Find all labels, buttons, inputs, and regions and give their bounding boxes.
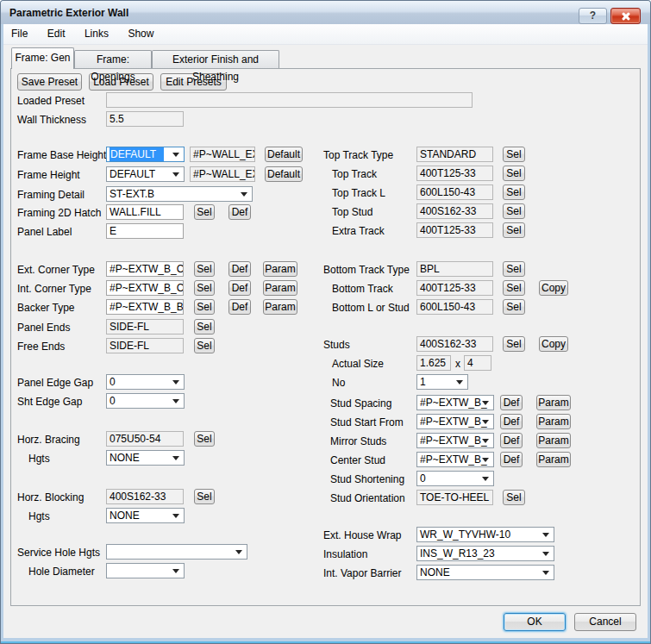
top-track-type-sel-button[interactable]: Sel: [503, 147, 525, 162]
title-bar[interactable]: Parametric Exterior Wall ?: [1, 1, 650, 24]
center-stud-def-button[interactable]: Def: [500, 452, 523, 467]
tab-frame-openings[interactable]: Frame: Openings: [74, 50, 152, 68]
free-ends-sel-button[interactable]: Sel: [194, 338, 215, 353]
bottom-l-or-stud-field[interactable]: 600L150-43: [416, 299, 493, 315]
dropdown-arrow-icon[interactable]: [482, 420, 489, 424]
framing-2d-hatch-sel-button[interactable]: Sel: [194, 204, 215, 220]
menu-show[interactable]: Show: [120, 24, 161, 44]
studs-field[interactable]: 400S162-33: [416, 336, 493, 352]
backer-type-field[interactable]: #P~EXTW_B_BA: [106, 299, 184, 315]
ext-corner-type-def-button[interactable]: Def: [228, 261, 251, 277]
dropdown-arrow-icon[interactable]: [542, 552, 549, 556]
dropdown-arrow-icon[interactable]: [172, 380, 179, 385]
top-stud-sel-button[interactable]: Sel: [503, 203, 525, 219]
extra-track-sel-button[interactable]: Sel: [503, 222, 525, 238]
dropdown-arrow-icon[interactable]: [482, 439, 489, 443]
bottom-track-sel-button[interactable]: Sel: [503, 280, 525, 296]
bottom-track-field[interactable]: 400T125-33: [416, 280, 493, 296]
blocking-hgts-combo[interactable]: NONE: [106, 508, 185, 523]
frame-height-default-button[interactable]: Default: [265, 166, 303, 182]
studs-copy-button[interactable]: Copy: [539, 336, 568, 352]
ext-corner-type-sel-button[interactable]: Sel: [194, 261, 215, 277]
help-button[interactable]: ?: [579, 8, 607, 24]
bottom-track-type-field[interactable]: BPL: [416, 261, 493, 277]
backer-type-def-button[interactable]: Def: [228, 299, 251, 315]
horz-blocking-sel-button[interactable]: Sel: [194, 489, 215, 504]
close-button[interactable]: [610, 8, 641, 24]
insulation-combo[interactable]: INS_W_R13_23: [416, 546, 554, 561]
loaded-preset-field[interactable]: [106, 92, 473, 108]
tab-exterior-finish-and-sheathing[interactable]: Exterior Finish and Sheathing: [152, 50, 279, 68]
service-hole-hgts-combo[interactable]: [106, 544, 247, 560]
actual-size-width-field[interactable]: 1.625: [416, 355, 451, 371]
bottom-track-type-sel-button[interactable]: Sel: [503, 261, 525, 277]
framing-2d-hatch-def-button[interactable]: Def: [228, 204, 251, 220]
free-ends-field[interactable]: SIDE-FL: [106, 338, 184, 353]
top-track-l-field[interactable]: 600L150-43: [416, 184, 493, 200]
mirror-studs-def-button[interactable]: Def: [500, 433, 523, 448]
menu-edit[interactable]: Edit: [40, 24, 73, 44]
dropdown-arrow-icon[interactable]: [482, 401, 489, 405]
top-track-sel-button[interactable]: Sel: [503, 166, 525, 181]
stud-start-from-combo[interactable]: #P~EXTW_B_: [416, 414, 494, 429]
panel-ends-sel-button[interactable]: Sel: [194, 319, 215, 335]
center-stud-param-button[interactable]: Param: [536, 452, 571, 467]
backer-type-param-button[interactable]: Param: [263, 299, 297, 315]
dropdown-arrow-icon[interactable]: [172, 153, 179, 157]
dropdown-arrow-icon[interactable]: [172, 399, 179, 403]
sht-edge-gap-combo[interactable]: 0: [106, 393, 185, 409]
stud-spacing-def-button[interactable]: Def: [500, 395, 523, 410]
no-combo[interactable]: 1: [416, 374, 468, 390]
int-corner-type-param-button[interactable]: Param: [263, 280, 297, 296]
hole-diameter-combo[interactable]: [106, 563, 185, 578]
ext-corner-type-field[interactable]: #P~EXTW_B_CO: [106, 261, 184, 277]
horz-blocking-field[interactable]: 400S162-33: [106, 489, 184, 504]
bracing-hgts-combo[interactable]: NONE: [106, 450, 185, 466]
menu-file[interactable]: File: [3, 24, 35, 44]
int-corner-type-sel-button[interactable]: Sel: [194, 280, 215, 296]
stud-orientation-sel-button[interactable]: Sel: [503, 490, 525, 505]
frame-base-height-default-button[interactable]: Default: [265, 147, 303, 162]
frame-base-height-param-field[interactable]: #P~WALL_EX: [190, 147, 255, 162]
framing-detail-combo[interactable]: ST-EXT.B: [106, 186, 253, 202]
stud-spacing-combo[interactable]: #P~EXTW_B_: [416, 395, 494, 410]
top-track-field[interactable]: 400T125-33: [416, 166, 493, 181]
top-track-type-field[interactable]: STANDARD: [416, 147, 493, 162]
dropdown-arrow-icon[interactable]: [235, 550, 242, 554]
dropdown-arrow-icon[interactable]: [172, 514, 179, 518]
int-vapor-barrier-combo[interactable]: NONE: [416, 565, 554, 580]
studs-sel-button[interactable]: Sel: [503, 336, 525, 352]
top-stud-field[interactable]: 400S162-33: [416, 203, 493, 219]
save-preset-button[interactable]: Save Preset: [17, 73, 82, 91]
mirror-studs-param-button[interactable]: Param: [536, 433, 571, 448]
stud-orientation-field[interactable]: TOE-TO-HEEL: [416, 490, 493, 505]
frame-height-param-field[interactable]: #P~WALL_EX: [190, 166, 255, 182]
dropdown-arrow-icon[interactable]: [482, 458, 489, 462]
frame-base-height-combo[interactable]: DEFAULT: [106, 147, 185, 162]
dropdown-arrow-icon[interactable]: [172, 569, 179, 573]
extra-track-field[interactable]: 400T125-33: [416, 222, 493, 238]
horz-bracing-field[interactable]: 075U50-54: [106, 431, 184, 447]
dropdown-arrow-icon[interactable]: [172, 456, 179, 460]
horz-bracing-sel-button[interactable]: Sel: [194, 431, 215, 447]
actual-size-depth-field[interactable]: 4: [464, 355, 491, 371]
backer-type-sel-button[interactable]: Sel: [194, 299, 215, 315]
stud-start-from-def-button[interactable]: Def: [500, 414, 523, 429]
stud-start-from-param-button[interactable]: Param: [536, 414, 571, 429]
panel-edge-gap-combo[interactable]: 0: [106, 374, 185, 390]
tab-frame-gen[interactable]: Frame: Gen: [11, 47, 74, 69]
mirror-studs-combo[interactable]: #P~EXTW_B_: [416, 433, 494, 448]
center-stud-combo[interactable]: #P~EXTW_B_: [416, 452, 494, 467]
bottom-l-or-stud-sel-button[interactable]: Sel: [503, 299, 525, 315]
wall-thickness-field[interactable]: 5.5: [106, 111, 184, 127]
panel-label-field[interactable]: E: [106, 223, 184, 239]
panel-ends-field[interactable]: SIDE-FL: [106, 319, 184, 335]
ext-house-wrap-combo[interactable]: WR_W_TYVHW-10: [416, 527, 554, 542]
stud-shortening-combo[interactable]: 0: [416, 471, 494, 486]
dropdown-arrow-icon[interactable]: [172, 172, 179, 177]
stud-spacing-param-button[interactable]: Param: [536, 395, 571, 410]
bottom-track-copy-button[interactable]: Copy: [539, 280, 568, 296]
cancel-button[interactable]: Cancel: [574, 613, 636, 631]
frame-height-combo[interactable]: DEFAULT: [106, 166, 185, 182]
ok-button[interactable]: OK: [504, 613, 566, 631]
